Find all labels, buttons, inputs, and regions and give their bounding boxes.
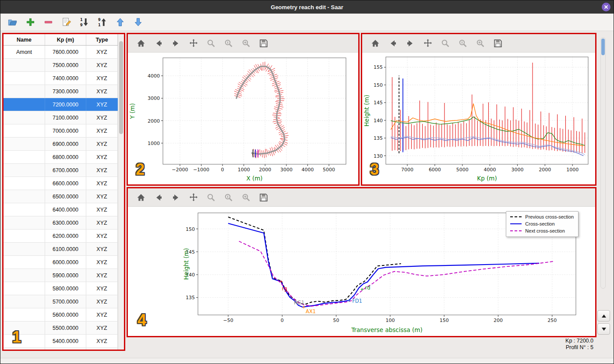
home-button[interactable] [369,37,381,49]
table-row[interactable]: 7300.0000XYZ [4,85,118,98]
table-row[interactable]: 5600.0000XYZ [4,308,118,322]
table-cell: XYZ [86,335,118,347]
plot-toolbar [128,188,595,207]
table-cell [4,138,45,150]
sort-ascending-button[interactable]: 9 1 [96,16,108,28]
table-row[interactable]: 7000.0000XYZ [4,124,118,138]
column-header[interactable]: Type [86,34,118,45]
pan-button[interactable] [422,37,434,49]
move-up-button[interactable] [114,16,126,28]
column-header[interactable]: Kp (m) [45,34,86,45]
profile-down-button[interactable] [597,323,610,335]
svg-text:Height (m): Height (m) [183,248,190,280]
close-button[interactable] [602,3,610,11]
next-cross-section-line-sample [510,230,522,231]
table-row[interactable]: 6900.0000XYZ [4,138,118,151]
table-row[interactable]: 6500.0000XYZ [4,190,118,203]
table-row[interactable]: 6400.0000XYZ [4,203,118,216]
table-cell: XYZ [86,256,118,269]
table-cell [4,72,45,85]
svg-text:1: 1 [80,18,83,22]
table-cell: XYZ [86,269,118,282]
titlebar: Geometry reach edit - Saar [0,0,614,14]
table-row[interactable]: 5300.0000XYZ [4,348,118,350]
sort-descending-button[interactable]: 1 9 [78,16,90,28]
move-down-button[interactable] [132,16,144,28]
table-row[interactable]: 6200.0000XYZ [4,230,118,243]
home-button[interactable] [135,37,147,49]
table-row[interactable]: 6000.0000XYZ [4,256,118,269]
zoom-region-button[interactable] [240,191,252,204]
table-row[interactable]: 5800.0000XYZ [4,282,118,295]
svg-text:4000: 4000 [302,167,314,173]
table-cell [4,85,45,98]
profile-up-button[interactable] [597,310,610,322]
table-row[interactable]: 6700.0000XYZ [4,164,118,177]
svg-text:−50: −50 [223,318,233,323]
plan-view-plot[interactable]: −2000−1000010002000300040005000100020003… [128,53,358,184]
table-row[interactable]: 7500.0000XYZ [4,59,118,72]
table-cell: 6600.0000 [45,177,86,190]
table-scrollbar-thumb[interactable] [119,41,123,134]
table-row[interactable]: 6300.0000XYZ [4,216,118,230]
statusbar [0,358,614,364]
zoom-button[interactable] [205,37,217,49]
longitudinal-profile-plot[interactable]: 7000600050004000300020001000130135140145… [362,53,595,184]
zoom-button[interactable] [439,37,452,49]
table-row[interactable]: 7400.0000XYZ [4,72,118,85]
table-cell: 6100.0000 [45,243,86,255]
svg-text:140: 140 [374,118,383,124]
table-cell [4,111,45,124]
vertical-scrollbar-thumb[interactable] [601,39,605,55]
zoom-region-button[interactable] [240,37,252,49]
edit-button[interactable] [60,16,72,28]
table-cell: 7400.0000 [45,72,86,85]
table-row[interactable]: 5900.0000XYZ [4,269,118,282]
table-scrollbar[interactable] [118,34,124,350]
configure-button[interactable] [222,37,235,49]
back-button[interactable] [387,37,399,49]
zoom-region-button[interactable] [474,37,487,49]
forward-button[interactable] [170,191,182,204]
save-button[interactable] [258,191,270,204]
svg-text:1: 1 [98,23,101,27]
configure-button[interactable] [457,37,469,49]
table-cell [4,203,45,216]
longitudinal-profile-chart[interactable]: 7000600050004000300020001000130135140145… [362,53,595,184]
table-cell [4,256,45,269]
column-header[interactable]: Name [4,34,45,45]
table-row[interactable]: Amont7600.0000XYZ [4,46,118,59]
back-button[interactable] [152,191,165,204]
table-cell: 7600.0000 [45,46,86,58]
cross-sections-table[interactable]: NameKp (m)Type Amont7600.0000XYZ7500.000… [4,34,118,350]
configure-button[interactable] [222,191,235,204]
forward-button[interactable] [404,37,416,49]
open-button[interactable] [7,16,18,28]
table-header: NameKp (m)Type [4,34,118,46]
svg-text:100: 100 [385,318,395,323]
svg-text:5000: 5000 [323,167,335,173]
back-icon [153,38,164,49]
remove-cross-section-button[interactable] [42,16,54,28]
save-button[interactable] [492,37,504,49]
table-row[interactable]: 7100.0000XYZ [4,111,118,124]
save-button[interactable] [258,37,270,49]
add-cross-section-button[interactable] [25,16,36,28]
plan-view-chart[interactable]: −2000−1000010002000300040005000100020003… [128,53,358,184]
table-row[interactable]: 6100.0000XYZ [4,243,118,256]
zoom-button[interactable] [205,191,217,204]
forward-button[interactable] [170,37,182,49]
svg-text:rg: rg [282,286,287,292]
table-row[interactable]: 7200.0000XYZ [4,98,118,111]
table-row[interactable]: 5700.0000XYZ [4,295,118,308]
table-cell: 5600.0000 [45,308,86,321]
pan-button[interactable] [187,191,200,204]
table-row[interactable]: 6800.0000XYZ [4,151,118,164]
plot-toolbar [128,34,358,53]
pan-button[interactable] [187,37,200,49]
home-button[interactable] [135,191,147,204]
table-row[interactable]: 6600.0000XYZ [4,177,118,190]
vertical-scrollbar[interactable] [600,37,606,289]
back-button[interactable] [152,37,165,49]
table-cell [4,295,45,308]
